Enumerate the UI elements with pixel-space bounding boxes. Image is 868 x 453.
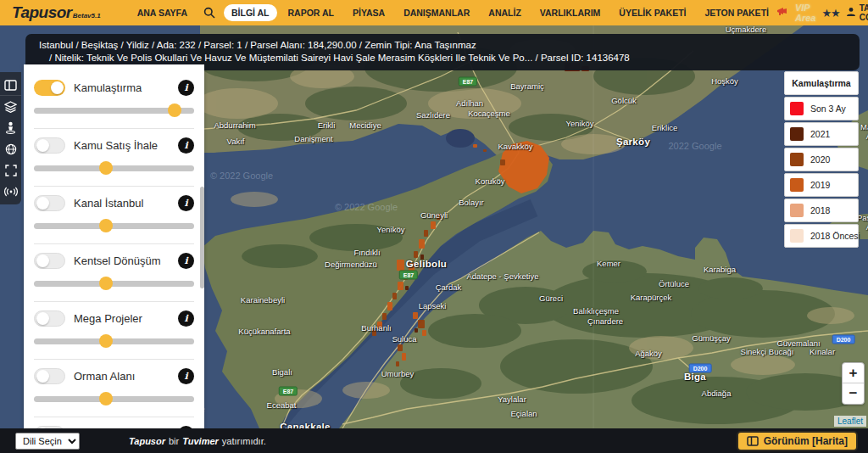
layer-panel-scrollbar[interactable] <box>200 187 204 288</box>
parcel-patch[interactable] <box>398 282 403 290</box>
zoom-in-button[interactable]: + <box>843 363 864 383</box>
layer-opacity-slider[interactable] <box>34 334 194 348</box>
legend-item-4[interactable]: 2018 <box>784 199 859 222</box>
slider-thumb[interactable] <box>99 334 113 348</box>
street-view-icon[interactable] <box>0 117 21 138</box>
layer-label: Kanal İstanbul <box>74 197 143 210</box>
parcel-patch[interactable] <box>397 260 404 271</box>
parcel-patch[interactable] <box>382 313 387 320</box>
user-icon <box>846 5 856 20</box>
parcel-patch[interactable] <box>405 286 409 290</box>
nav-item-3[interactable]: PİYASA <box>345 4 392 21</box>
layer-label: Kamulaştırma <box>74 81 142 94</box>
parcel-patch[interactable] <box>473 144 477 148</box>
toggle-knob <box>36 312 49 325</box>
account-menu[interactable]: TAPUSOR COM ▾ <box>846 3 868 22</box>
layer-toggle[interactable] <box>34 195 65 211</box>
parcel-patch[interactable] <box>402 353 406 361</box>
globe-icon[interactable] <box>0 138 21 159</box>
slider-thumb[interactable] <box>99 277 113 290</box>
legend-item-5[interactable]: 2018 Öncesi <box>784 224 859 248</box>
logo-text: Tapusor <box>12 3 72 22</box>
legend-item-0[interactable]: Son 3 Ay <box>784 97 859 120</box>
nav-item-7[interactable]: ÜYELİK PAKETİ <box>611 4 693 21</box>
slider-thumb[interactable] <box>168 103 181 117</box>
parcel-patch[interactable] <box>403 273 408 280</box>
parcel-patch[interactable] <box>422 330 426 336</box>
slider-thumb[interactable] <box>99 392 113 405</box>
layer-toggle[interactable] <box>34 80 65 96</box>
info-icon[interactable]: i <box>178 368 194 384</box>
nav-item-6[interactable]: VARLIKLARIM <box>532 4 609 21</box>
map-canvas[interactable]: © 2022 Google© 2022 Google2022 Google© 2… <box>0 25 868 428</box>
parcel-patch[interactable] <box>372 330 376 336</box>
parcel-patch[interactable] <box>413 312 418 319</box>
layer-toggle[interactable] <box>34 310 65 327</box>
layer-toggle[interactable] <box>34 253 65 269</box>
credit-middle: bir <box>169 436 179 446</box>
layer-panel: KamulaştırmaiKamu Satış İhaleiKanal İsta… <box>24 64 204 428</box>
legend-swatch <box>790 204 804 217</box>
parcel-patch[interactable] <box>431 221 436 229</box>
layer-opacity-slider[interactable] <box>34 219 194 232</box>
slider-thumb[interactable] <box>99 219 113 232</box>
layer-toggle[interactable] <box>34 368 65 384</box>
search-icon[interactable] <box>198 3 220 22</box>
parcel-patch[interactable] <box>500 159 505 165</box>
parcel-patch[interactable] <box>396 361 399 366</box>
parcel-patch[interactable] <box>419 239 425 249</box>
parcel-info-line1: Istanbul / Beşiktaş / Yildiz / Ada: 232 … <box>39 39 846 52</box>
layer-row: Kanal İstanbuli <box>34 195 194 211</box>
parcel-patch[interactable] <box>483 149 487 152</box>
leaflet-attribution-link[interactable]: Leaflet <box>834 416 866 427</box>
layer-label: Mega Projeler <box>74 312 142 325</box>
nav-item-2[interactable]: RAPOR AL <box>281 4 342 21</box>
legend-item-1[interactable]: 2021 <box>784 122 859 146</box>
layer-row: Kamulaştırmai <box>34 80 194 96</box>
parcel-patch[interactable] <box>387 302 392 310</box>
zoom-out-button[interactable]: − <box>843 383 864 404</box>
parcel-patch[interactable] <box>409 263 415 271</box>
nav-item-1[interactable]: BİLGİ AL <box>224 4 277 21</box>
layer-opacity-slider[interactable] <box>34 277 194 290</box>
parcel-patch[interactable] <box>398 344 403 351</box>
nav-item-8[interactable]: JETON PAKETİ <box>698 4 776 21</box>
layer-opacity-slider[interactable] <box>34 392 194 405</box>
megaphone-icon[interactable] <box>776 5 789 20</box>
language-select[interactable]: Dili Seçin <box>15 433 80 450</box>
parcel-patch[interactable] <box>424 230 428 237</box>
parcel-patch[interactable] <box>437 214 441 220</box>
parcel-patch[interactable] <box>414 251 418 258</box>
nav-menu: ANA SAYFABİLGİ ALRAPOR ALPİYASADANIŞMANL… <box>130 3 776 22</box>
info-icon[interactable]: i <box>178 195 194 211</box>
legend-label: 2018 Öncesi <box>810 231 860 241</box>
nav-item-5[interactable]: ANALİZ <box>481 4 529 21</box>
parcel-patch[interactable] <box>377 322 382 329</box>
parcel-patch[interactable] <box>420 254 424 260</box>
nav-item-4[interactable]: DANIŞMANLAR <box>396 4 477 21</box>
legend-swatch <box>790 229 804 243</box>
app-logo[interactable]: Tapusor Betav5.1 <box>12 3 101 22</box>
parcel-patch[interactable] <box>392 293 397 299</box>
legend-item-2[interactable]: 2020 <box>784 148 859 171</box>
parcel-patch[interactable] <box>415 328 418 333</box>
layer-group-1: Kamu Satış İhalei <box>34 129 194 187</box>
layers-icon[interactable] <box>0 96 21 117</box>
info-icon[interactable]: i <box>178 80 194 96</box>
info-icon[interactable]: i <box>178 253 194 269</box>
fullscreen-icon[interactable] <box>0 159 21 181</box>
info-icon[interactable]: i <box>178 137 194 154</box>
layer-toggle[interactable] <box>34 137 65 154</box>
info-icon[interactable]: i <box>178 310 194 327</box>
layer-opacity-slider[interactable] <box>34 161 194 175</box>
view-mode-button[interactable]: Görünüm [Harita] <box>737 431 858 451</box>
slider-thumb[interactable] <box>99 161 113 175</box>
layer-opacity-slider[interactable] <box>34 103 194 117</box>
rating-stars-icon: ★★ <box>821 7 839 20</box>
parcel-patch[interactable] <box>418 320 425 328</box>
layer-group-2: Kanal İstanbuli <box>34 187 194 244</box>
broadcast-icon[interactable] <box>0 181 21 202</box>
nav-item-0[interactable]: ANA SAYFA <box>130 4 195 21</box>
legend-item-3[interactable]: 2019 <box>784 173 859 197</box>
panel-columns-icon[interactable] <box>0 75 21 96</box>
